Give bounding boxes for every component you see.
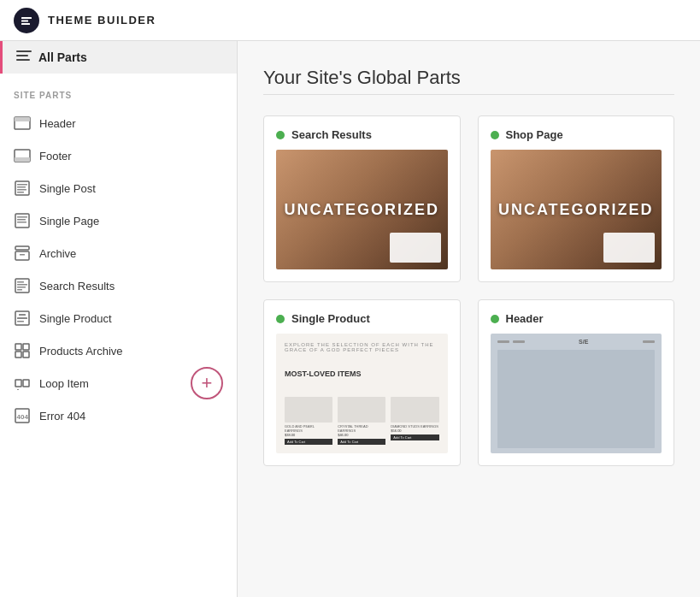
single-product-status-dot (276, 315, 285, 323)
cards-grid: Search Results UNCATEGORIZED Shop Page (263, 115, 674, 466)
single-product-item-2-btn: Add To Cart (338, 439, 385, 445)
svg-rect-7 (15, 117, 30, 121)
header-thumb-nav-logo: S/E (579, 339, 588, 345)
svg-rect-23 (17, 281, 24, 283)
svg-rect-16 (17, 216, 27, 218)
svg-rect-14 (17, 192, 24, 193)
svg-rect-3 (16, 50, 32, 52)
single-product-thumb-heading: MOST-LOVED ITEMS (285, 369, 439, 378)
svg-rect-5 (16, 59, 30, 61)
svg-rect-4 (16, 55, 28, 56)
sidebar-item-products-archive[interactable]: Products Archive (0, 334, 237, 367)
svg-rect-22 (15, 279, 29, 293)
header-thumb-nav-dot-2 (513, 340, 525, 343)
header-thumb-nav-dot-1 (497, 340, 509, 343)
sidebar-item-single-post-label: Single Post (39, 182, 96, 195)
shop-page-card[interactable]: Shop Page UNCATEGORIZED (478, 115, 675, 282)
topbar-logo (14, 8, 39, 33)
sidebar-item-single-product-label: Single Product (39, 312, 112, 325)
svg-rect-18 (17, 222, 26, 223)
svg-rect-29 (19, 314, 26, 316)
single-post-icon (14, 180, 31, 197)
sidebar-item-products-archive-label: Products Archive (39, 345, 123, 358)
single-product-item-2-img (338, 397, 385, 423)
sidebar-item-single-page[interactable]: Single Page (0, 204, 237, 237)
single-product-item-1: GOLD AND PEARL EARRINGS $38.00 Add To Ca… (285, 397, 332, 445)
sidebar-item-error-404[interactable]: 404 Error 404 (0, 399, 237, 432)
svg-rect-20 (15, 251, 29, 260)
sidebar-item-search-results[interactable]: Search Results (0, 269, 237, 302)
single-product-item-3-price: $56.00 (391, 429, 438, 433)
single-product-thumb-mid: MOST-LOVED ITEMS (285, 368, 439, 378)
single-product-item-1-price: $38.00 (285, 433, 332, 437)
sidebar: All Parts SITE PARTS Header Footer (0, 41, 238, 597)
topbar-title: THEME BUILDER (48, 14, 156, 27)
main-content: Your Site's Global Parts Search Results … (238, 41, 700, 597)
single-product-card-thumb: Explore the selection of each with the g… (276, 334, 448, 453)
shop-page-card-thumb: UNCATEGORIZED (491, 150, 662, 269)
single-product-item-1-img (285, 397, 332, 423)
single-product-card-title: Single Product (291, 312, 370, 325)
loop-item-icon (14, 375, 31, 392)
svg-rect-9 (15, 157, 30, 162)
single-product-item-3: DIAMOND STUDS EARRINGS $56.00 Add To Car… (391, 397, 438, 445)
svg-rect-35 (15, 380, 21, 387)
sidebar-item-header[interactable]: Header (0, 107, 237, 139)
archive-icon (14, 245, 31, 262)
shop-page-card-header: Shop Page (491, 128, 662, 141)
single-page-icon (14, 212, 31, 229)
svg-rect-25 (17, 287, 26, 288)
shop-page-status-dot (491, 131, 499, 139)
shop-page-thumb-text: UNCATEGORIZED (498, 201, 654, 219)
search-results-card-title: Search Results (291, 128, 372, 141)
topbar: THEME BUILDER (0, 0, 700, 41)
sidebar-item-single-post[interactable]: Single Post (0, 172, 237, 204)
svg-rect-30 (17, 321, 24, 322)
sidebar-item-error-404-label: Error 404 (39, 410, 85, 423)
single-product-item-2: CRYSTAL THREAD EARRINGS $46.00 Add To Ca… (338, 397, 385, 445)
header-icon (14, 115, 31, 132)
svg-rect-10 (15, 181, 29, 195)
single-product-icon (14, 310, 31, 327)
single-product-thumb-items: GOLD AND PEARL EARRINGS $38.00 Add To Ca… (285, 397, 439, 445)
header-thumb-nav-dot-3 (643, 340, 655, 343)
products-archive-icon (14, 342, 31, 359)
footer-icon (14, 147, 31, 164)
single-product-thumb-bg: Explore the selection of each with the g… (276, 334, 448, 453)
shop-page-thumb-bg: UNCATEGORIZED (491, 150, 662, 269)
sidebar-item-archive[interactable]: Archive (0, 237, 237, 269)
search-results-thumb-text: UNCATEGORIZED (284, 201, 439, 219)
add-loop-item-button[interactable]: + (191, 367, 223, 399)
svg-rect-21 (20, 254, 25, 256)
single-product-card[interactable]: Single Product Explore the selection of … (263, 299, 461, 466)
sidebar-item-footer[interactable]: Footer (0, 139, 237, 172)
search-results-icon (14, 277, 31, 294)
search-results-thumb-bg: UNCATEGORIZED (276, 150, 448, 269)
sidebar-item-archive-label: Archive (39, 247, 76, 260)
header-status-dot (491, 315, 499, 323)
header-thumb-body (497, 350, 656, 448)
search-results-card-thumb: UNCATEGORIZED (276, 150, 448, 269)
single-product-thumb-subtitle: Explore the selection of each with the g… (285, 342, 439, 352)
layout: All Parts SITE PARTS Header Footer (0, 41, 700, 597)
sidebar-item-loop-item[interactable]: Loop Item + (0, 367, 237, 399)
header-thumb-nav: S/E (497, 339, 656, 345)
page-title: Your Site's Global Parts (263, 67, 674, 89)
all-parts-nav[interactable]: All Parts (0, 41, 237, 74)
error-404-icon: 404 (14, 407, 31, 424)
divider (263, 94, 674, 95)
sidebar-item-footer-label: Footer (39, 150, 72, 163)
header-card-title: Header (506, 312, 544, 325)
header-thumb-bg: S/E (491, 334, 662, 453)
svg-rect-36 (23, 380, 29, 387)
search-results-card[interactable]: Search Results UNCATEGORIZED (263, 115, 461, 282)
single-product-item-3-btn: Add To Cart (391, 434, 438, 440)
svg-rect-15 (15, 214, 29, 228)
svg-rect-31 (15, 344, 21, 350)
sidebar-item-single-product[interactable]: Single Product (0, 302, 237, 334)
svg-rect-12 (17, 186, 26, 188)
header-card-thumb: S/E (491, 334, 662, 453)
header-card[interactable]: Header S/E (478, 299, 675, 466)
all-parts-label: All Parts (38, 50, 87, 64)
search-results-card-header: Search Results (276, 128, 448, 141)
